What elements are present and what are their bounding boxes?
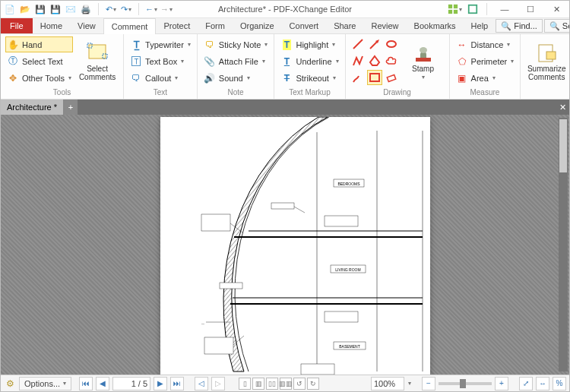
tab-convert[interactable]: Convert	[282, 18, 327, 33]
undo-icon[interactable]: ↶▾	[105, 3, 117, 15]
layout-rotate-right[interactable]: ↻	[307, 378, 319, 390]
group-drawing: Stamp▾ Drawing	[346, 34, 450, 99]
minimize-button[interactable]: —	[493, 2, 516, 16]
page-input[interactable]: 1 / 5	[112, 377, 150, 390]
layout-facing-continuous[interactable]: ▥▥	[280, 378, 292, 390]
tab-protect[interactable]: Protect	[156, 18, 198, 33]
eraser-shape[interactable]	[384, 70, 399, 85]
summarize-comments-button[interactable]: Summarize Comments	[525, 36, 568, 87]
distance-tool[interactable]: ↔Distance▾	[454, 36, 516, 52]
layout-facing[interactable]: ▯▯	[266, 378, 278, 390]
first-page-button[interactable]: ⏮	[79, 377, 93, 390]
svg-rect-33	[220, 283, 242, 289]
tab-help[interactable]: Help	[464, 18, 496, 33]
document-tab[interactable]: Architecture *	[1, 100, 64, 115]
next-view-button[interactable]: ▷	[211, 377, 225, 390]
prev-view-button[interactable]: ◁	[195, 377, 208, 390]
document-tab-strip: Architecture * + ✕	[1, 100, 569, 115]
zoom-input[interactable]: 100%	[371, 377, 404, 390]
typewriter-icon: T̲	[130, 39, 142, 51]
rectangle-shape[interactable]	[367, 70, 382, 85]
layout-continuous[interactable]: ▥	[252, 378, 264, 390]
stamp-icon	[412, 42, 435, 65]
zoom-in-button[interactable]: +	[495, 377, 508, 390]
stamp-button[interactable]: Stamp▾	[402, 36, 445, 87]
select-comments-button[interactable]: Select Comments	[76, 36, 119, 87]
svg-rect-18	[546, 52, 556, 59]
strikeout-icon: T	[280, 72, 293, 84]
line-shape[interactable]	[350, 36, 366, 52]
cloud-shape[interactable]	[384, 53, 399, 68]
print-icon[interactable]: 🖨️	[80, 3, 92, 15]
fullscreen-icon[interactable]	[465, 2, 480, 16]
polyline-shape[interactable]	[350, 53, 366, 68]
oval-shape[interactable]	[384, 36, 399, 52]
save-icon[interactable]: 💾	[34, 3, 46, 15]
zoom-actual-button[interactable]: %	[553, 377, 566, 390]
email-icon[interactable]: ✉️	[65, 3, 77, 15]
sticky-note-tool[interactable]: 🗨Sticky Note▾	[202, 36, 270, 52]
group-label: Text	[128, 88, 192, 99]
sticky-icon: 🗨	[204, 39, 216, 51]
document-viewport[interactable]: BEDROOMS LIVING ROOM BASEMENT —	[1, 115, 569, 375]
perimeter-tool[interactable]: ⬠Perimeter▾	[454, 53, 516, 69]
sound-tool[interactable]: 🔊Sound▾	[202, 70, 270, 86]
arrow-shape[interactable]	[367, 36, 382, 52]
attach-icon: 📎	[204, 55, 216, 68]
tab-organize[interactable]: Organize	[233, 18, 282, 33]
summarize-icon	[535, 42, 558, 65]
zoom-out-button[interactable]: −	[422, 377, 435, 390]
tab-form[interactable]: Form	[198, 18, 233, 33]
area-tool[interactable]: ▣Area▾	[454, 70, 516, 86]
prev-page-button[interactable]: ◀	[96, 377, 109, 390]
save-all-icon[interactable]: 💾	[49, 3, 62, 15]
svg-rect-4	[469, 5, 477, 14]
zoom-knob[interactable]	[460, 379, 466, 388]
hand-tool[interactable]: ✋Hand	[5, 36, 73, 52]
highlight-tool[interactable]: THighlight▾	[279, 36, 340, 52]
svg-rect-5	[89, 45, 106, 58]
prev-view-icon[interactable]: ←▾	[145, 3, 157, 15]
strikeout-tool[interactable]: TStrikeout▾	[279, 70, 340, 86]
zoom-slider[interactable]	[439, 382, 492, 385]
fit-width-button[interactable]: ↔	[536, 377, 549, 390]
callout-tool[interactable]: 🗨Callout▾	[128, 70, 192, 86]
separator	[98, 3, 99, 15]
redo-icon[interactable]: ↷▾	[120, 3, 132, 15]
layout-single[interactable]: ▯	[239, 378, 251, 390]
ui-options-icon[interactable]: ▾	[447, 2, 462, 16]
typewriter-tool[interactable]: T̲Typewriter▾	[128, 36, 192, 52]
attach-file-tool[interactable]: 📎Attach File▾	[202, 53, 270, 69]
gears-icon[interactable]: ⚙	[4, 378, 16, 390]
text-box-tool[interactable]: 🅃Text Box▾	[128, 53, 192, 69]
next-view-icon[interactable]: →▾	[160, 3, 173, 15]
open-icon[interactable]: 📂	[19, 3, 31, 15]
layout-rotate-left[interactable]: ↺	[293, 378, 306, 390]
fit-page-button[interactable]: ⤢	[519, 377, 533, 390]
select-text-tool[interactable]: ⓉSelect Text	[5, 53, 73, 69]
tab-bookmarks[interactable]: Bookmarks	[407, 18, 464, 33]
close-doc-button[interactable]: ✕	[556, 100, 569, 115]
drawing-shapes-grid	[350, 36, 399, 88]
file-menu[interactable]: File	[1, 18, 33, 33]
close-button[interactable]: ✕	[545, 2, 568, 16]
tab-home[interactable]: Home	[33, 18, 70, 33]
last-page-button[interactable]: ⏭	[170, 377, 184, 390]
other-tools[interactable]: ✥Other Tools▾	[5, 70, 73, 86]
new-tab-button[interactable]: +	[64, 100, 78, 115]
options-button[interactable]: Options...▾	[19, 377, 71, 390]
underline-tool[interactable]: TUnderline▾	[279, 53, 340, 69]
tab-comment[interactable]: Comment	[103, 18, 157, 34]
tab-view[interactable]: View	[70, 18, 103, 33]
maximize-button[interactable]: ☐	[519, 2, 542, 16]
search-button[interactable]: 🔍Search...	[544, 19, 570, 33]
next-page-button[interactable]: ▶	[154, 377, 167, 390]
pencil-shape[interactable]	[350, 70, 366, 85]
svg-rect-30	[271, 203, 294, 209]
scrollbar-thumb[interactable]	[559, 119, 567, 172]
find-button[interactable]: 🔍Find...	[496, 19, 543, 33]
polygon-shape[interactable]	[367, 53, 382, 68]
tab-review[interactable]: Review	[363, 18, 406, 33]
vertical-scrollbar[interactable]	[559, 118, 568, 371]
tab-share[interactable]: Share	[326, 18, 363, 33]
